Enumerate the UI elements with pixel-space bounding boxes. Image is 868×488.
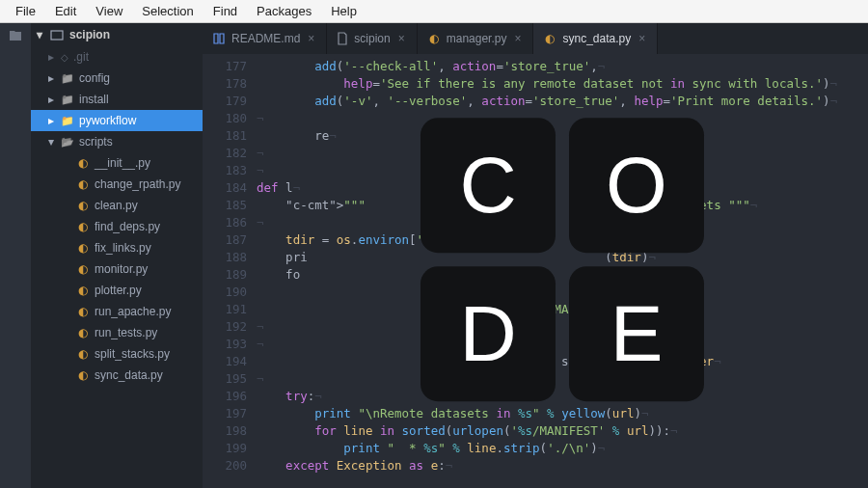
tree-file-change_rpath-py[interactable]: change_rpath.py <box>31 174 203 195</box>
python-icon <box>76 305 90 318</box>
python-icon <box>76 368 90 382</box>
python-icon <box>427 32 441 45</box>
file-tree: ▾ scipion ▸.git▸config▸install▸pyworkflo… <box>31 23 203 488</box>
python-icon <box>76 284 90 297</box>
folder-icon <box>61 71 74 85</box>
python-icon <box>76 220 90 233</box>
activity-bar <box>0 23 31 488</box>
folder-icon <box>61 135 74 149</box>
close-icon[interactable]: × <box>637 32 647 45</box>
chevron-down-icon: ▾ <box>37 28 44 41</box>
tab-sync_data-py[interactable]: sync_data.py× <box>533 23 658 54</box>
app-body: ▾ scipion ▸.git▸config▸install▸pyworkflo… <box>0 23 868 488</box>
code-area[interactable]: 177 178 179 180 181 182 183 184 185 186 … <box>203 54 868 488</box>
sidebar: ▾ scipion ▸.git▸config▸install▸pyworkflo… <box>0 23 203 488</box>
tree-folder-pyworkflow[interactable]: ▸pyworkflow <box>31 110 203 131</box>
python-icon <box>76 241 90 255</box>
editor: README.md×scipion×manager.py×sync_data.p… <box>203 23 868 488</box>
tree-folder-config[interactable]: ▸config <box>31 68 203 89</box>
menu-edit[interactable]: Edit <box>45 2 86 20</box>
tab-bar: README.md×scipion×manager.py×sync_data.p… <box>203 23 868 54</box>
tree-file-plotter-py[interactable]: plotter.py <box>31 280 203 301</box>
tree-folder-install[interactable]: ▸install <box>31 89 203 110</box>
project-icon <box>50 28 64 41</box>
python-icon <box>76 326 90 339</box>
python-icon <box>76 347 90 361</box>
tree-file-fix_links-py[interactable]: fix_links.py <box>31 237 203 258</box>
overlay-letter-d: D <box>420 266 556 401</box>
folder-icon <box>61 114 74 127</box>
project-root[interactable]: ▾ scipion <box>31 23 203 46</box>
close-icon[interactable]: × <box>512 32 523 45</box>
tree-file-monitor-py[interactable]: monitor.py <box>31 258 203 280</box>
file-icon <box>337 32 348 45</box>
tab-README-md[interactable]: README.md× <box>203 23 327 54</box>
menu-selection[interactable]: Selection <box>132 2 203 20</box>
python-icon <box>543 32 556 45</box>
tree-file-split_stacks-py[interactable]: split_stacks.py <box>31 343 203 365</box>
git-icon <box>61 50 68 64</box>
close-icon[interactable]: × <box>306 32 316 45</box>
python-icon <box>76 177 90 191</box>
svg-rect-0 <box>51 31 63 40</box>
menu-help[interactable]: Help <box>321 2 366 20</box>
python-icon <box>76 156 90 170</box>
python-icon <box>76 262 90 276</box>
code-content[interactable]: add('--check-all', action='store_true',¬… <box>257 54 868 488</box>
overlay-letter-o: O <box>569 118 704 253</box>
menu-packages[interactable]: Packages <box>247 2 321 20</box>
tree-git[interactable]: ▸.git <box>31 46 203 68</box>
tree-file-run_tests-py[interactable]: run_tests.py <box>31 322 203 343</box>
menubar: FileEditViewSelectionFindPackagesHelp <box>0 0 868 23</box>
tree-folder-scripts[interactable]: ▾scripts <box>31 131 203 152</box>
tree-file-run_apache-py[interactable]: run_apache.py <box>31 301 203 322</box>
project-name: scipion <box>69 28 110 41</box>
line-gutter: 177 178 179 180 181 182 183 184 185 186 … <box>203 54 257 488</box>
python-icon <box>76 199 90 212</box>
tab-scipion[interactable]: scipion× <box>327 23 417 54</box>
tab-manager-py[interactable]: manager.py× <box>418 23 534 54</box>
menu-file[interactable]: File <box>6 2 45 20</box>
close-icon[interactable]: × <box>396 32 407 45</box>
overlay-letter-e: E <box>569 266 704 401</box>
file-tree-icon[interactable] <box>8 29 23 44</box>
tree-file-sync_data-py[interactable]: sync_data.py <box>31 365 203 386</box>
folder-icon <box>61 93 74 106</box>
tree-file-__init__-py[interactable]: __init__.py <box>31 152 203 174</box>
tree-file-find_deps-py[interactable]: find_deps.py <box>31 216 203 237</box>
book-icon <box>212 32 226 45</box>
menu-find[interactable]: Find <box>203 2 247 20</box>
menu-view[interactable]: View <box>86 2 132 20</box>
tree-file-clean-py[interactable]: clean.py <box>31 195 203 216</box>
